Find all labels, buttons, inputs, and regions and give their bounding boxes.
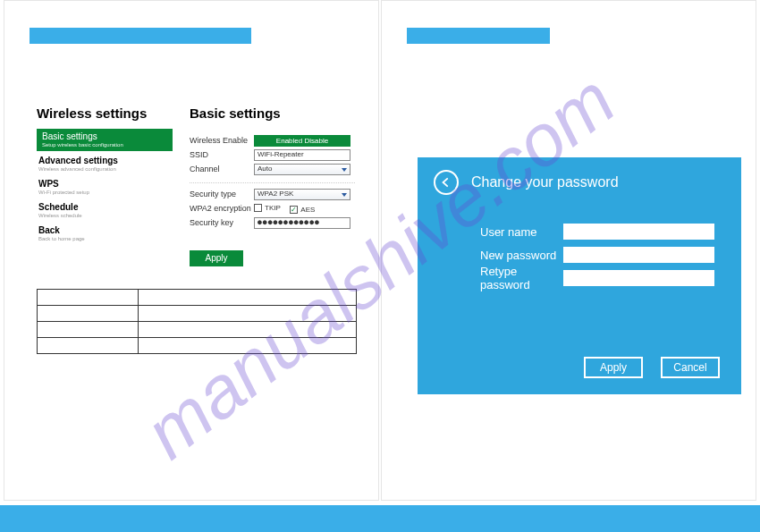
wireless-enable-label: Wireless Enable — [190, 136, 254, 145]
basic-settings-title: Basic settings — [190, 106, 281, 121]
sidebar-item-label: Advanced settings — [38, 156, 173, 165]
retype-password-label: Retype password — [480, 265, 563, 291]
tkip-checkbox[interactable]: TKIP — [254, 204, 281, 212]
security-key-input[interactable]: ●●●●●●●●●●●● — [254, 217, 350, 229]
arrow-left-icon — [440, 176, 452, 189]
table-row — [38, 338, 357, 354]
sidebar-item-wps[interactable]: WPS Wi-Fi protected setup — [37, 176, 173, 198]
aes-checkbox[interactable]: ✓AES — [290, 206, 315, 214]
checkbox-icon — [254, 204, 262, 212]
sidebar-item-back[interactable]: Back Back to home page — [37, 223, 173, 244]
username-input[interactable] — [563, 224, 714, 240]
sidebar-item-sub: Wi-Fi protected setup — [38, 190, 173, 195]
security-type-select[interactable]: WPA2 PSK — [254, 189, 350, 200]
manual-page-right: Change your password User name New passw… — [381, 0, 756, 501]
apply-button[interactable]: Apply — [584, 357, 643, 378]
basic-settings-form: Wireless Enable Enabled Disable SSID WiF… — [190, 133, 355, 230]
sidebar-item-sub: Wireless schedule — [38, 213, 173, 218]
sidebar-item-label: Schedule — [38, 202, 173, 212]
sidebar: Basic settings Setup wireless basic conf… — [37, 129, 173, 246]
sidebar-item-label: Back — [38, 225, 173, 235]
sidebar-item-advanced[interactable]: Advanced settings Wireless advanced conf… — [37, 153, 173, 174]
channel-select[interactable]: Auto — [254, 164, 350, 175]
sidebar-item-basic[interactable]: Basic settings Setup wireless basic conf… — [37, 129, 173, 151]
apply-button[interactable]: Apply — [190, 250, 243, 266]
wireless-settings-title: Wireless settings — [37, 106, 147, 121]
panel-title: Change your password — [471, 174, 619, 190]
ssid-label: SSID — [190, 150, 254, 159]
sidebar-item-sub: Setup wireless basic configuration — [42, 142, 167, 148]
wpa2-encryption-label: WPA2 encryption — [190, 204, 254, 213]
ssid-input[interactable]: WiFi-Repeater — [254, 149, 350, 161]
new-password-label: New password — [480, 249, 563, 262]
change-password-panel: Change your password User name New passw… — [418, 157, 741, 394]
security-type-label: Security type — [190, 190, 254, 198]
header-bar — [407, 28, 550, 44]
security-key-label: Security key — [190, 218, 254, 227]
checkbox-checked-icon: ✓ — [290, 206, 298, 214]
channel-label: Channel — [190, 165, 254, 173]
back-button[interactable] — [434, 170, 459, 195]
sidebar-item-sub: Back to home page — [38, 236, 173, 241]
table-row — [38, 290, 357, 306]
table-row — [38, 322, 357, 338]
new-password-input[interactable] — [563, 247, 714, 263]
sidebar-item-sub: Wireless advanced configuration — [38, 166, 173, 172]
table-row — [38, 306, 357, 322]
retype-password-input[interactable] — [563, 270, 714, 286]
sidebar-item-schedule[interactable]: Schedule Wireless schedule — [37, 199, 173, 221]
manual-page-left: Wireless settings Basic settings Basic s… — [4, 0, 379, 501]
sidebar-item-label: Basic settings — [42, 131, 167, 141]
cancel-button[interactable]: Cancel — [661, 357, 720, 378]
sidebar-item-label: WPS — [38, 179, 173, 189]
settings-table — [37, 289, 357, 354]
footer-bar — [0, 505, 760, 532]
username-label: User name — [480, 225, 563, 239]
header-bar — [30, 28, 251, 44]
wireless-enable-toggle[interactable]: Enabled Disable — [254, 135, 350, 147]
